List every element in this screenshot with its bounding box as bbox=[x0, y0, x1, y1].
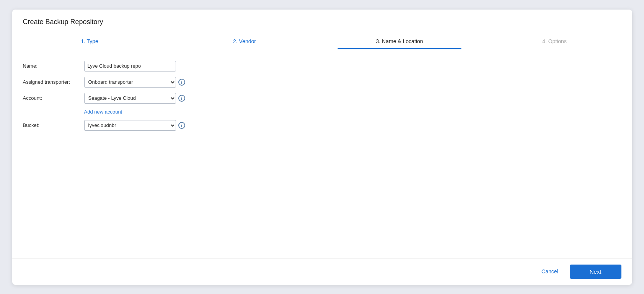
dialog-title: Create Backup Repository bbox=[23, 18, 621, 26]
account-row: Account: Seagate - Lyve Cloud i bbox=[23, 93, 222, 104]
bucket-select[interactable]: lyvecloudnbr bbox=[84, 120, 176, 131]
wizard-step-vendor[interactable]: 2. Vendor bbox=[167, 33, 322, 49]
dialog-footer: Cancel Next bbox=[12, 258, 632, 285]
wizard-step-name-location: 3. Name & Location bbox=[322, 33, 477, 49]
bucket-label: Bucket: bbox=[23, 122, 84, 128]
account-info-icon[interactable]: i bbox=[178, 95, 185, 102]
transporter-control-wrap: Onboard transporter i bbox=[84, 77, 222, 88]
transporter-info-icon[interactable]: i bbox=[178, 79, 185, 86]
cancel-button[interactable]: Cancel bbox=[535, 265, 565, 278]
account-control-wrap: Seagate - Lyve Cloud i bbox=[84, 93, 222, 104]
name-control-wrap bbox=[84, 61, 222, 71]
transporter-row: Assigned transporter: Onboard transporte… bbox=[23, 77, 222, 88]
wizard-step-options: 4. Options bbox=[477, 33, 632, 49]
wizard-step-type[interactable]: 1. Type bbox=[12, 33, 167, 49]
account-select[interactable]: Seagate - Lyve Cloud bbox=[84, 93, 176, 104]
form-section: Name: Assigned transporter: Onboard tran… bbox=[23, 61, 222, 131]
create-backup-repository-dialog: Create Backup Repository 1. Type 2. Vend… bbox=[12, 10, 632, 285]
name-row: Name: bbox=[23, 61, 222, 71]
dialog-header: Create Backup Repository bbox=[12, 10, 632, 33]
transporter-select[interactable]: Onboard transporter bbox=[84, 77, 176, 88]
name-label: Name: bbox=[23, 63, 84, 69]
account-label: Account: bbox=[23, 95, 84, 101]
bucket-row: Bucket: lyvecloudnbr i bbox=[23, 120, 222, 131]
next-button[interactable]: Next bbox=[570, 265, 621, 279]
bucket-control-wrap: lyvecloudnbr i bbox=[84, 120, 222, 131]
dialog-content: Name: Assigned transporter: Onboard tran… bbox=[12, 49, 632, 258]
wizard-steps: 1. Type 2. Vendor 3. Name & Location 4. … bbox=[12, 33, 632, 49]
transporter-label: Assigned transporter: bbox=[23, 79, 84, 85]
bucket-info-icon[interactable]: i bbox=[178, 122, 185, 129]
add-account-link[interactable]: Add new account bbox=[84, 109, 222, 115]
name-input[interactable] bbox=[84, 61, 176, 71]
